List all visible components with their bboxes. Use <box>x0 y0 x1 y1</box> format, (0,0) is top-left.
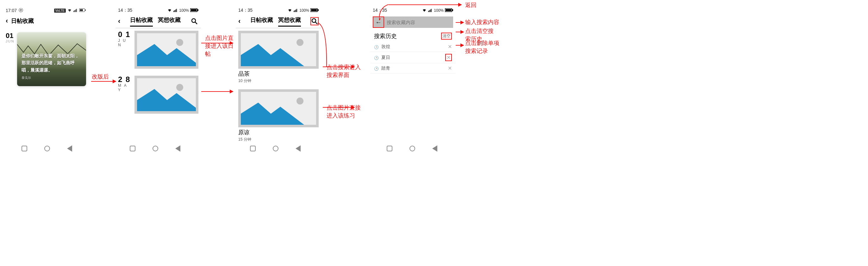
history-row[interactable]: 夏日 ✕ <box>370 52 456 63</box>
battery-icon <box>190 8 198 13</box>
wifi-icon <box>422 8 427 13</box>
android-navbar <box>130 145 180 152</box>
history-row[interactable]: 踏青 ✕ <box>370 63 456 73</box>
android-navbar <box>387 145 437 152</box>
clock-icon <box>374 45 379 50</box>
post-image-placeholder[interactable] <box>134 31 198 69</box>
practice-image-placeholder[interactable] <box>238 31 319 69</box>
arrow-icon <box>456 22 464 23</box>
status-extra: ⓔ <box>19 8 23 13</box>
tab-daily[interactable]: 日帖收藏 <box>130 16 153 27</box>
svg-marker-28 <box>241 102 304 125</box>
svg-rect-20 <box>296 9 296 12</box>
search-input[interactable] <box>384 20 453 25</box>
practice-title: 原谅 <box>238 128 319 136</box>
arrow-icon <box>91 81 116 82</box>
search-icon[interactable] <box>190 17 198 25</box>
tab-header: ‹ 日帖收藏 冥想收藏 <box>236 14 321 28</box>
annotation-revised: 改版后 <box>92 73 109 81</box>
post-caption: 是你们敞开东窗，面朝太阳，那里活跃的思绪，如飞燕呼唱，晨溪潺潺。 泰戈尔 <box>22 52 82 81</box>
wifi-icon <box>167 8 172 13</box>
arrow-icon <box>201 91 233 92</box>
nav-recent-icon[interactable] <box>387 146 393 151</box>
daily-post-card[interactable]: 是你们敞开东窗，面朝太阳，那里活跃的思绪，如飞燕呼唱，晨溪潺潺。 泰戈尔 <box>17 32 86 86</box>
wifi-icon <box>67 8 72 13</box>
battery-icon <box>79 8 86 13</box>
svg-rect-13 <box>197 9 198 11</box>
svg-rect-0 <box>73 11 74 12</box>
clock-time: 14：35 <box>238 8 252 13</box>
tab-meditation[interactable]: 冥想收藏 <box>278 16 301 27</box>
tab-header: ‹ 日帖收藏 冥想收藏 <box>116 14 201 28</box>
volte-badge: VoLTE <box>54 8 66 13</box>
svg-rect-18 <box>294 11 294 12</box>
signal-icon <box>73 8 78 13</box>
svg-rect-30 <box>429 10 430 12</box>
back-button[interactable]: ‹ <box>238 17 241 25</box>
nav-recent-icon[interactable] <box>22 146 27 151</box>
post-image-placeholder[interactable] <box>134 76 198 114</box>
svg-marker-27 <box>241 44 304 66</box>
annotation-click-delete: 点击删除单项搜索记录 <box>465 39 500 55</box>
svg-rect-2 <box>75 9 76 12</box>
clock-time: 17:07 <box>6 8 17 13</box>
nav-home-icon[interactable] <box>273 146 278 151</box>
arrow-icon <box>389 4 461 5</box>
wifi-icon <box>287 8 292 13</box>
annotation-click-search: 点击搜索进入搜索界面 <box>327 63 365 79</box>
post-month: M A Y <box>118 83 131 92</box>
arrow-icon <box>456 45 464 46</box>
nav-home-icon[interactable] <box>153 146 158 151</box>
nav-back-icon[interactable] <box>175 145 180 152</box>
signal-icon <box>428 8 433 13</box>
tab-meditation[interactable]: 冥想收藏 <box>158 16 181 27</box>
divider <box>116 28 201 28</box>
annotation-input-search: 输入搜索内容 <box>465 18 499 26</box>
svg-rect-32 <box>431 9 432 12</box>
svg-rect-1 <box>74 10 75 12</box>
history-term: 夏日 <box>381 55 390 60</box>
svg-rect-3 <box>76 9 77 12</box>
svg-rect-23 <box>311 9 317 11</box>
android-navbar <box>22 145 72 152</box>
tab-daily[interactable]: 日帖收藏 <box>250 16 273 27</box>
history-row[interactable]: 敦煌 ✕ <box>370 42 456 52</box>
annotation-click-image-daily: 点击图片直接进入该日帖 <box>205 34 237 58</box>
post-row: 2 8 M A Y <box>118 76 198 114</box>
practice-image-placeholder[interactable] <box>238 89 319 127</box>
history-term: 敦煌 <box>381 44 390 50</box>
svg-rect-12 <box>191 9 196 11</box>
svg-rect-29 <box>428 11 429 12</box>
back-button[interactable]: ‹ <box>6 17 8 25</box>
header: ‹ 日帖收藏 <box>3 14 89 27</box>
post-day: 0 1 <box>118 31 131 38</box>
nav-back-icon[interactable] <box>432 145 437 152</box>
svg-rect-5 <box>80 9 83 11</box>
history-term: 踏青 <box>381 65 390 71</box>
practice-duration: 10 分钟 <box>238 78 319 84</box>
nav-recent-icon[interactable] <box>250 146 256 151</box>
clear-history-button[interactable]: 清空 <box>441 33 452 39</box>
post-day: 01 <box>6 32 17 39</box>
delete-history-item[interactable]: ✕ <box>448 44 452 50</box>
nav-back-icon[interactable] <box>67 145 72 152</box>
signal-icon <box>174 8 178 13</box>
svg-rect-19 <box>294 10 295 12</box>
nav-back-icon[interactable] <box>296 145 301 152</box>
svg-line-26 <box>315 22 317 24</box>
battery-percent: 100% <box>179 8 189 13</box>
practice-title: 品茶 <box>238 70 319 78</box>
battery-percent: 100% <box>299 8 309 13</box>
post-day: 2 8 <box>118 76 131 83</box>
back-button[interactable]: ‹ <box>118 17 120 25</box>
nav-recent-icon[interactable] <box>130 146 135 151</box>
battery-percent: 100% <box>434 8 444 13</box>
nav-home-icon[interactable] <box>409 146 415 151</box>
battery-icon <box>445 8 453 13</box>
svg-marker-16 <box>137 44 198 66</box>
delete-history-item[interactable]: ✕ <box>448 65 452 71</box>
nav-home-icon[interactable] <box>44 146 50 151</box>
delete-history-item[interactable]: ✕ <box>445 54 452 61</box>
svg-rect-10 <box>176 9 177 12</box>
svg-rect-9 <box>175 9 176 12</box>
